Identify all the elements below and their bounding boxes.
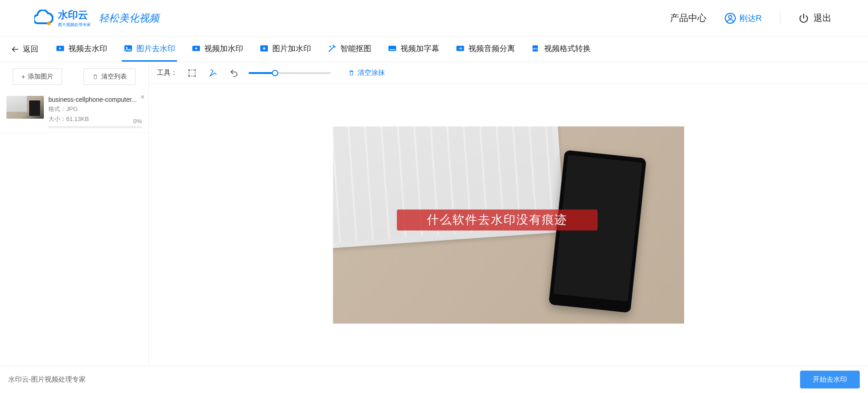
- progress-percent: 0%: [133, 118, 142, 125]
- wand-icon: [327, 44, 337, 53]
- footer-text: 水印云-图片视频处理专家: [8, 375, 86, 384]
- exit-label: 退出: [813, 12, 832, 24]
- tab-video-subtitle[interactable]: 视频加字幕: [386, 37, 441, 62]
- remove-file-button[interactable]: ×: [140, 93, 145, 101]
- brand-slogan: 轻松美化视频: [99, 11, 159, 25]
- tab-label: 图片加水印: [272, 43, 311, 54]
- content-area: + 添加图片 清空列表 × business-cellphone-compute…: [0, 62, 868, 366]
- app-header: 水印云 图片视频处理专家 轻松美化视频 产品中心 刚达R 退出: [0, 0, 868, 37]
- file-progress: 0%: [48, 126, 142, 128]
- power-icon: [799, 13, 809, 23]
- file-format: 格式：JPG: [48, 105, 142, 113]
- watermark-selection[interactable]: 什么软件去水印没有痕迹: [397, 210, 598, 231]
- clear-list-label: 清空列表: [101, 73, 127, 81]
- tab-label: 视频加字幕: [400, 43, 439, 54]
- plus-icon: +: [21, 73, 25, 80]
- svg-rect-8: [389, 46, 396, 51]
- clear-list-button[interactable]: 清空列表: [83, 68, 135, 85]
- user-account[interactable]: 刚达R: [725, 13, 762, 24]
- svg-point-14: [188, 69, 190, 70]
- sidebar-actions: + 添加图片 清空列表: [0, 62, 148, 91]
- tab-audio-separate[interactable]: 视频音频分离: [454, 37, 517, 62]
- user-icon: [725, 13, 736, 24]
- clear-smear-button[interactable]: 清空涂抹: [348, 68, 385, 77]
- svg-point-0: [47, 21, 51, 25]
- back-label: 返回: [23, 44, 38, 54]
- svg-point-5: [126, 47, 127, 48]
- svg-rect-13: [189, 70, 195, 76]
- tab-label: 视频格式转换: [544, 43, 591, 54]
- tab-video-format[interactable]: MP4 视频格式转换: [530, 37, 593, 62]
- format-icon: MP4: [531, 44, 541, 53]
- svg-point-17: [194, 75, 196, 77]
- product-center-link[interactable]: 产品中心: [670, 12, 707, 24]
- tab-label: 图片去水印: [136, 43, 175, 54]
- svg-rect-9: [390, 49, 395, 50]
- watermark-text: 什么软件去水印没有痕迹: [427, 212, 567, 228]
- start-remove-button[interactable]: 开始去水印: [800, 371, 860, 388]
- image-plus-icon: [260, 44, 269, 53]
- canvas-image[interactable]: 什么软件去水印没有痕迹: [333, 126, 684, 324]
- tab-video-remove-wm[interactable]: 视频去水印: [54, 37, 109, 62]
- file-thumbnail: [6, 96, 44, 119]
- brush-tool[interactable]: [207, 67, 219, 79]
- trash-icon: [92, 73, 99, 80]
- file-name: business-cellphone-computer...: [48, 96, 140, 103]
- tab-label: 视频去水印: [68, 43, 107, 54]
- tool-label: 工具：: [157, 68, 177, 77]
- slider-thumb[interactable]: [272, 70, 278, 76]
- svg-text:MP4: MP4: [533, 47, 538, 50]
- video-icon: [56, 44, 65, 53]
- file-size: 大小：61.13KB: [48, 115, 142, 123]
- tab-bar: 返回 视频去水印 图片去水印 视频加水印 图片加水印 智能抠图 视频加字幕 视频…: [0, 37, 868, 62]
- add-image-button[interactable]: + 添加图片: [13, 68, 62, 85]
- back-button[interactable]: 返回: [8, 44, 41, 54]
- footer-bar: 水印云-图片视频处理专家 开始去水印: [0, 366, 868, 393]
- tab-label: 智能抠图: [340, 43, 371, 54]
- video-plus-icon: [192, 44, 201, 53]
- svg-point-2: [729, 15, 732, 18]
- logo-area: 水印云 图片视频处理专家 轻松美化视频: [34, 8, 159, 28]
- clear-smear-label: 清空涂抹: [358, 68, 385, 77]
- phone-graphic: [548, 150, 646, 313]
- add-image-label: 添加图片: [28, 73, 53, 81]
- file-info: business-cellphone-computer... 格式：JPG 大小…: [48, 96, 142, 128]
- header-divider: [780, 13, 780, 24]
- header-right: 产品中心 刚达R 退出: [670, 12, 832, 24]
- subtitle-icon: [388, 44, 397, 53]
- editor-toolbar: 工具： 清空涂抹: [149, 62, 868, 84]
- select-rect-tool[interactable]: [186, 67, 198, 79]
- tab-label: 视频加水印: [204, 43, 243, 54]
- undo-tool[interactable]: [228, 67, 240, 79]
- image-icon: [124, 44, 133, 53]
- main-panel: 工具： 清空涂抹 什么软件去: [149, 62, 868, 366]
- logo-text: 水印云 图片视频处理专家: [58, 8, 91, 28]
- tab-image-remove-wm[interactable]: 图片去水印: [122, 37, 177, 62]
- exit-button[interactable]: 退出: [799, 12, 832, 24]
- tab-smart-cutout[interactable]: 智能抠图: [326, 37, 373, 62]
- slider-fill: [249, 72, 275, 74]
- sidebar: + 添加图片 清空列表 × business-cellphone-compute…: [0, 62, 149, 366]
- svg-point-15: [194, 69, 196, 70]
- brush-size-slider[interactable]: [249, 72, 331, 74]
- audio-icon: [456, 44, 465, 53]
- tab-image-add-wm[interactable]: 图片加水印: [258, 37, 313, 62]
- arrow-left-icon: [11, 45, 19, 53]
- tab-video-add-wm[interactable]: 视频加水印: [190, 37, 245, 62]
- trash-icon: [348, 69, 355, 76]
- logo-icon: [34, 10, 53, 27]
- brand-subtitle: 图片视频处理专家: [58, 22, 91, 28]
- canvas-area: 什么软件去水印没有痕迹: [149, 84, 868, 366]
- tab-label: 视频音频分离: [468, 43, 515, 54]
- keyboard-graphic: [333, 126, 565, 249]
- file-list-item[interactable]: × business-cellphone-computer... 格式：JPG …: [0, 91, 148, 133]
- svg-point-16: [188, 75, 190, 77]
- brand-title: 水印云: [58, 8, 91, 22]
- username-label: 刚达R: [739, 13, 762, 24]
